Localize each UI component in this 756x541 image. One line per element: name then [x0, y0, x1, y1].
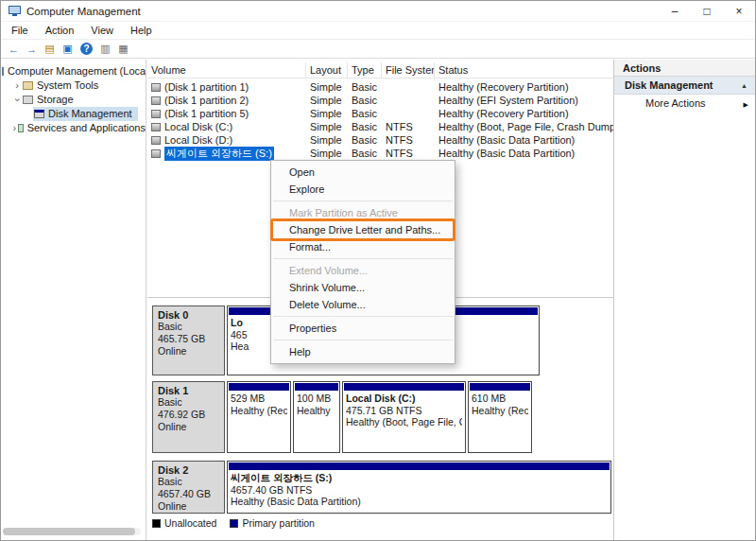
volume-layout: Simple	[306, 108, 348, 119]
actions-panel: Actions Disk Management ▲ More Actions ▶	[613, 60, 755, 540]
window-icon[interactable]: ▣	[60, 42, 76, 57]
menu-item-explore[interactable]: Explore	[271, 181, 455, 198]
menu-view[interactable]: View	[82, 25, 122, 36]
computer-icon	[2, 67, 4, 76]
tree-item-label: Computer Management (Local	[8, 64, 146, 79]
chevron-right-icon[interactable]: ›	[12, 121, 17, 135]
partition-efi-100mb[interactable]: 100 MB Healthy	[293, 381, 340, 453]
tree-item-storage[interactable]: › Storage	[1, 93, 146, 107]
disk-2-label-tile[interactable]: Disk 2 Basic 4657.40 GB Online	[152, 461, 225, 514]
tree-item-label: Services and Applications	[27, 121, 146, 135]
menu-item-format[interactable]: Format...	[271, 238, 455, 255]
actions-item-label: Disk Management	[625, 79, 713, 91]
legend-unallocated: Unallocated	[152, 517, 216, 529]
menu-item-delete-volume[interactable]: Delete Volume...	[271, 296, 455, 313]
window-controls: – □ ×	[659, 1, 755, 22]
column-header-volume[interactable]: Volume	[147, 62, 306, 78]
volume-type: Basic	[348, 108, 382, 119]
volume-type: Basic	[348, 134, 382, 146]
actions-more-actions[interactable]: More Actions ▶	[614, 95, 755, 113]
menu-item-properties[interactable]: Properties	[271, 320, 455, 337]
partition-local-disk-c[interactable]: Local Disk (C:) 475.71 GB NTFS Healthy (…	[342, 381, 466, 453]
volume-status: Healthy (EFI System Partition)	[435, 95, 614, 106]
volume-status: Healthy (Basic Data Partition)	[435, 148, 614, 159]
menu-action[interactable]: Action	[37, 25, 83, 36]
column-header-type[interactable]: Type	[348, 62, 382, 78]
app-icon	[9, 6, 21, 16]
disk-properties-icon[interactable]: ▦	[115, 42, 131, 57]
primary-partition-bar	[229, 383, 289, 391]
volume-name: (Disk 1 partition 2)	[164, 95, 249, 106]
partition-title: 610 MB	[472, 393, 528, 405]
minimize-button[interactable]: –	[659, 1, 691, 22]
volume-layout: Simple	[306, 95, 348, 106]
collapse-arrow-icon[interactable]: ▲	[741, 77, 747, 95]
table-row[interactable]: (Disk 1 partition 2) Simple Basic Health…	[147, 94, 614, 107]
volume-status: Healthy (Recovery Partition)	[435, 81, 614, 93]
chevron-down-icon[interactable]: ›	[10, 96, 25, 105]
disk-1-label-tile[interactable]: Disk 1 Basic 476.92 GB Online	[152, 381, 225, 453]
maximize-button[interactable]: □	[691, 1, 723, 22]
context-menu: Open Explore Mark Partition as Active Ch…	[270, 160, 455, 364]
volume-type: Basic	[348, 81, 382, 93]
primary-partition-bar	[344, 383, 464, 391]
volume-icon	[151, 136, 161, 145]
menu-separator	[273, 340, 453, 340]
menu-help[interactable]: Help	[122, 25, 161, 36]
partition-title: Local Disk (C:)	[346, 393, 462, 405]
tree-item-services-applications[interactable]: › Services and Applications	[1, 121, 146, 135]
console-tree: Computer Management (Local › System Tool…	[1, 60, 146, 540]
disk-size: 465.75 GB	[158, 333, 219, 345]
menu-item-help[interactable]: Help	[271, 343, 455, 360]
table-row[interactable]: Local Disk (C:) Simple Basic NTFS Health…	[147, 120, 614, 133]
volume-status: Healthy (Recovery Partition)	[435, 108, 614, 119]
volume-name: (Disk 1 partition 1)	[164, 81, 249, 93]
forward-icon[interactable]: →	[24, 42, 40, 57]
column-header-layout[interactable]: Layout	[306, 62, 348, 78]
volume-status: Healthy (Boot, Page File, Crash Dump, Ba…	[435, 121, 614, 132]
volume-fs: NTFS	[382, 121, 435, 132]
partition-seagate-external-s[interactable]: 씨게이트 외장하드 (S:) 4657.40 GB NTFS Healthy (…	[227, 461, 611, 514]
tree-item-disk-management[interactable]: Disk Management	[1, 107, 146, 121]
menu-item-change-drive-letter[interactable]: Change Drive Letter and Paths...	[271, 221, 455, 238]
column-header-file-system[interactable]: File System	[382, 62, 435, 78]
disk-size: 476.92 GB	[158, 409, 219, 421]
volume-layout: Simple	[306, 134, 348, 146]
scrollbar-thumb[interactable]	[3, 528, 135, 535]
menu-file[interactable]: File	[3, 25, 37, 36]
disk-0-label-tile[interactable]: Disk 0 Basic 465.75 GB Online	[152, 305, 225, 375]
console-tree-icon[interactable]: ▤	[42, 42, 58, 57]
chevron-right-icon[interactable]: ›	[12, 79, 22, 93]
volume-name: Local Disk (D:)	[164, 134, 232, 146]
volume-layout: Simple	[306, 81, 348, 93]
tree-item-label: Disk Management	[48, 107, 132, 121]
column-header-status[interactable]: Status	[435, 62, 614, 78]
table-row[interactable]: (Disk 1 partition 1) Simple Basic Health…	[147, 80, 614, 94]
volume-layout: Simple	[306, 121, 348, 132]
primary-partition-swatch	[230, 519, 238, 528]
partition-title: 529 MB	[231, 393, 287, 405]
tree-item-system-tools[interactable]: › System Tools	[1, 79, 146, 93]
table-row[interactable]: (Disk 1 partition 5) Simple Basic Health…	[147, 107, 614, 120]
menu-item-shrink-volume[interactable]: Shrink Volume...	[271, 279, 455, 296]
horizontal-scrollbar[interactable]	[3, 528, 141, 535]
back-icon[interactable]: ←	[6, 42, 22, 57]
partition-recovery-529mb[interactable]: 529 MB Healthy (Rec	[227, 381, 291, 453]
menu-item-open[interactable]: Open	[271, 164, 455, 181]
volume-name-selected: 씨게이트 외장하드 (S:)	[164, 147, 274, 161]
partition-status: Healthy (Boot, Page File, Cras	[346, 416, 462, 428]
close-button[interactable]: ×	[723, 1, 755, 22]
disk-name: Disk 1	[158, 385, 219, 396]
partition-recovery-610mb[interactable]: 610 MB Healthy (Rec	[468, 381, 532, 453]
menubar: File Action View Help	[1, 22, 755, 39]
tree-item-computer-management[interactable]: Computer Management (Local	[1, 64, 146, 79]
table-row-selected[interactable]: 씨게이트 외장하드 (S:) Simple Basic NTFS Healthy…	[147, 147, 614, 160]
disk-list-icon[interactable]: ▥	[97, 42, 113, 57]
legend: Unallocated Primary partition	[152, 517, 315, 529]
table-row[interactable]: Local Disk (D:) Simple Basic NTFS Health…	[147, 133, 614, 147]
partition-status: Healthy (Rec	[472, 405, 528, 417]
help-icon[interactable]: ?	[80, 43, 93, 55]
actions-disk-management[interactable]: Disk Management ▲	[614, 77, 755, 95]
volume-type: Basic	[348, 95, 382, 106]
volume-icon	[151, 96, 161, 105]
